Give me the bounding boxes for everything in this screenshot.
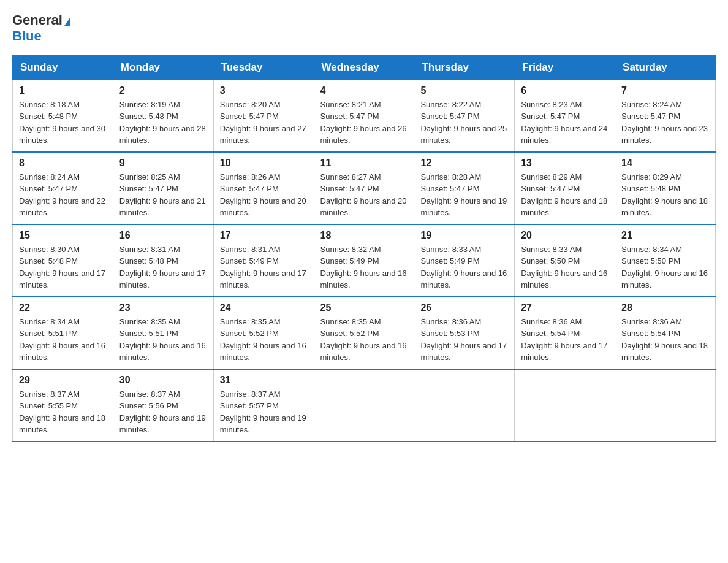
day-info: Sunrise: 8:36 AMSunset: 5:54 PMDaylight:… (521, 316, 609, 364)
calendar-cell: 25 Sunrise: 8:35 AMSunset: 5:52 PMDaylig… (314, 297, 414, 369)
day-header-friday: Friday (515, 55, 615, 80)
day-info: Sunrise: 8:19 AMSunset: 5:48 PMDaylight:… (119, 99, 207, 147)
calendar-cell: 28 Sunrise: 8:36 AMSunset: 5:54 PMDaylig… (615, 297, 716, 369)
week-row-3: 15 Sunrise: 8:30 AMSunset: 5:48 PMDaylig… (13, 224, 716, 297)
day-header-thursday: Thursday (414, 55, 515, 80)
day-info: Sunrise: 8:29 AMSunset: 5:47 PMDaylight:… (521, 171, 609, 219)
day-info: Sunrise: 8:34 AMSunset: 5:51 PMDaylight:… (19, 316, 107, 364)
calendar-cell: 26 Sunrise: 8:36 AMSunset: 5:53 PMDaylig… (414, 297, 515, 369)
calendar-cell: 5 Sunrise: 8:22 AMSunset: 5:47 PMDayligh… (414, 80, 515, 152)
day-number: 1 (19, 85, 107, 96)
days-header-row: SundayMondayTuesdayWednesdayThursdayFrid… (13, 55, 716, 80)
day-number: 27 (521, 302, 609, 313)
calendar-cell: 18 Sunrise: 8:32 AMSunset: 5:49 PMDaylig… (314, 224, 414, 297)
calendar-cell (414, 369, 515, 442)
day-number: 4 (320, 85, 408, 96)
day-number: 23 (119, 302, 207, 313)
day-number: 7 (621, 85, 709, 96)
day-info: Sunrise: 8:34 AMSunset: 5:50 PMDaylight:… (621, 243, 709, 291)
calendar-cell: 6 Sunrise: 8:23 AMSunset: 5:47 PMDayligh… (515, 80, 615, 152)
day-number: 20 (521, 230, 609, 241)
day-info: Sunrise: 8:33 AMSunset: 5:49 PMDaylight:… (420, 243, 508, 291)
day-info: Sunrise: 8:35 AMSunset: 5:52 PMDaylight:… (320, 316, 408, 364)
calendar-cell: 11 Sunrise: 8:27 AMSunset: 5:47 PMDaylig… (314, 152, 414, 224)
calendar-cell: 13 Sunrise: 8:29 AMSunset: 5:47 PMDaylig… (515, 152, 615, 224)
day-info: Sunrise: 8:37 AMSunset: 5:55 PMDaylight:… (19, 388, 107, 436)
calendar-cell (314, 369, 414, 442)
day-number: 12 (420, 158, 508, 169)
day-number: 9 (119, 158, 207, 169)
day-number: 24 (220, 302, 308, 313)
week-row-1: 1 Sunrise: 8:18 AMSunset: 5:48 PMDayligh… (13, 80, 716, 152)
day-info: Sunrise: 8:35 AMSunset: 5:51 PMDaylight:… (119, 316, 207, 364)
day-info: Sunrise: 8:31 AMSunset: 5:48 PMDaylight:… (119, 243, 207, 291)
day-header-tuesday: Tuesday (213, 55, 314, 80)
day-info: Sunrise: 8:30 AMSunset: 5:48 PMDaylight:… (19, 243, 107, 291)
day-info: Sunrise: 8:28 AMSunset: 5:47 PMDaylight:… (420, 171, 508, 219)
day-info: Sunrise: 8:20 AMSunset: 5:47 PMDaylight:… (220, 99, 308, 147)
logo-blue: Blue (12, 28, 42, 44)
day-number: 19 (420, 230, 508, 241)
calendar-cell: 8 Sunrise: 8:24 AMSunset: 5:47 PMDayligh… (13, 152, 113, 224)
day-number: 31 (220, 375, 308, 386)
day-header-monday: Monday (113, 55, 213, 80)
calendar-cell: 22 Sunrise: 8:34 AMSunset: 5:51 PMDaylig… (13, 297, 113, 369)
day-number: 10 (220, 158, 308, 169)
calendar-cell: 9 Sunrise: 8:25 AMSunset: 5:47 PMDayligh… (113, 152, 213, 224)
day-number: 25 (320, 302, 408, 313)
day-info: Sunrise: 8:22 AMSunset: 5:47 PMDaylight:… (420, 99, 508, 147)
day-header-wednesday: Wednesday (314, 55, 414, 80)
day-number: 14 (621, 158, 709, 169)
calendar-cell: 4 Sunrise: 8:21 AMSunset: 5:47 PMDayligh… (314, 80, 414, 152)
calendar-cell: 10 Sunrise: 8:26 AMSunset: 5:47 PMDaylig… (213, 152, 314, 224)
calendar-cell: 27 Sunrise: 8:36 AMSunset: 5:54 PMDaylig… (515, 297, 615, 369)
calendar-cell: 20 Sunrise: 8:33 AMSunset: 5:50 PMDaylig… (515, 224, 615, 297)
day-info: Sunrise: 8:36 AMSunset: 5:53 PMDaylight:… (420, 316, 508, 364)
calendar-cell: 17 Sunrise: 8:31 AMSunset: 5:49 PMDaylig… (213, 224, 314, 297)
calendar-cell: 12 Sunrise: 8:28 AMSunset: 5:47 PMDaylig… (414, 152, 515, 224)
calendar-cell: 16 Sunrise: 8:31 AMSunset: 5:48 PMDaylig… (113, 224, 213, 297)
day-number: 22 (19, 302, 107, 313)
day-number: 17 (220, 230, 308, 241)
calendar-cell: 23 Sunrise: 8:35 AMSunset: 5:51 PMDaylig… (113, 297, 213, 369)
day-info: Sunrise: 8:23 AMSunset: 5:47 PMDaylight:… (521, 99, 609, 147)
week-row-5: 29 Sunrise: 8:37 AMSunset: 5:55 PMDaylig… (13, 369, 716, 442)
day-info: Sunrise: 8:31 AMSunset: 5:49 PMDaylight:… (220, 243, 308, 291)
day-number: 29 (19, 375, 107, 386)
day-header-sunday: Sunday (13, 55, 113, 80)
day-number: 28 (621, 302, 709, 313)
day-info: Sunrise: 8:37 AMSunset: 5:57 PMDaylight:… (220, 388, 308, 436)
day-info: Sunrise: 8:27 AMSunset: 5:47 PMDaylight:… (320, 171, 408, 219)
calendar-cell: 2 Sunrise: 8:19 AMSunset: 5:48 PMDayligh… (113, 80, 213, 152)
day-number: 2 (119, 85, 207, 96)
day-info: Sunrise: 8:35 AMSunset: 5:52 PMDaylight:… (220, 316, 308, 364)
calendar-cell: 7 Sunrise: 8:24 AMSunset: 5:47 PMDayligh… (615, 80, 716, 152)
week-row-2: 8 Sunrise: 8:24 AMSunset: 5:47 PMDayligh… (13, 152, 716, 224)
day-number: 8 (19, 158, 107, 169)
day-info: Sunrise: 8:32 AMSunset: 5:49 PMDaylight:… (320, 243, 408, 291)
calendar-cell: 30 Sunrise: 8:37 AMSunset: 5:56 PMDaylig… (113, 369, 213, 442)
calendar-cell: 21 Sunrise: 8:34 AMSunset: 5:50 PMDaylig… (615, 224, 716, 297)
week-row-4: 22 Sunrise: 8:34 AMSunset: 5:51 PMDaylig… (13, 297, 716, 369)
calendar-cell: 14 Sunrise: 8:29 AMSunset: 5:48 PMDaylig… (615, 152, 716, 224)
day-number: 30 (119, 375, 207, 386)
day-number: 26 (420, 302, 508, 313)
day-number: 18 (320, 230, 408, 241)
day-number: 13 (521, 158, 609, 169)
day-info: Sunrise: 8:24 AMSunset: 5:47 PMDaylight:… (621, 99, 709, 147)
day-header-saturday: Saturday (615, 55, 716, 80)
day-info: Sunrise: 8:37 AMSunset: 5:56 PMDaylight:… (119, 388, 207, 436)
day-info: Sunrise: 8:18 AMSunset: 5:48 PMDaylight:… (19, 99, 107, 147)
day-number: 21 (621, 230, 709, 241)
day-number: 3 (220, 85, 308, 96)
calendar-cell: 15 Sunrise: 8:30 AMSunset: 5:48 PMDaylig… (13, 224, 113, 297)
calendar-cell: 31 Sunrise: 8:37 AMSunset: 5:57 PMDaylig… (213, 369, 314, 442)
calendar-cell: 3 Sunrise: 8:20 AMSunset: 5:47 PMDayligh… (213, 80, 314, 152)
calendar-cell (515, 369, 615, 442)
day-number: 11 (320, 158, 408, 169)
calendar-cell: 24 Sunrise: 8:35 AMSunset: 5:52 PMDaylig… (213, 297, 314, 369)
day-info: Sunrise: 8:24 AMSunset: 5:47 PMDaylight:… (19, 171, 107, 219)
logo-general: General (12, 12, 63, 28)
day-number: 15 (19, 230, 107, 241)
day-info: Sunrise: 8:25 AMSunset: 5:47 PMDaylight:… (119, 171, 207, 219)
